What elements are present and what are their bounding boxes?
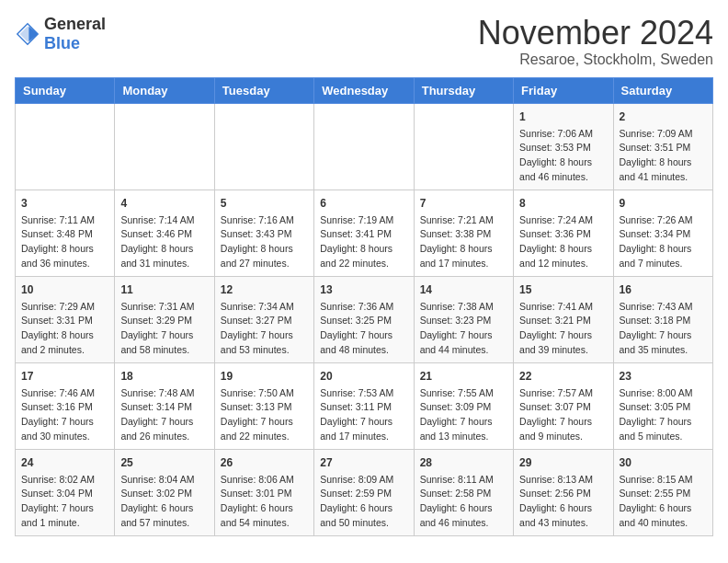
calendar-table: SundayMondayTuesdayWednesdayThursdayFrid… [15,77,713,536]
calendar-day-cell: 18Sunrise: 7:48 AMSunset: 3:14 PMDayligh… [115,362,214,449]
day-number: 5 [221,195,308,212]
calendar-week-row: 24Sunrise: 8:02 AMSunset: 3:04 PMDayligh… [16,449,713,535]
calendar-day-cell: 13Sunrise: 7:36 AMSunset: 3:25 PMDayligh… [314,276,414,362]
calendar-day-cell: 2Sunrise: 7:09 AMSunset: 3:51 PMDaylight… [613,103,712,190]
day-number: 22 [519,368,607,385]
day-number: 27 [320,454,407,471]
header-area: General Blue November 2024 Resaroe, Stoc… [15,15,713,68]
day-number: 15 [519,282,607,298]
logo: General Blue [15,15,106,53]
calendar-day-cell: 14Sunrise: 7:38 AMSunset: 3:23 PMDayligh… [414,276,513,362]
calendar-day-cell: 19Sunrise: 7:50 AMSunset: 3:13 PMDayligh… [214,362,313,449]
calendar-week-row: 3Sunrise: 7:11 AMSunset: 3:48 PMDaylight… [16,190,713,276]
calendar-week-row: 1Sunrise: 7:06 AMSunset: 3:53 PMDaylight… [16,103,713,190]
day-number: 3 [21,195,108,212]
day-info: Sunrise: 8:11 AMSunset: 2:58 PMDaylight:… [420,473,507,531]
logo-general: General [44,15,106,34]
logo-icon [15,21,40,47]
day-number: 26 [221,454,308,471]
calendar-day-cell: 11Sunrise: 7:31 AMSunset: 3:29 PMDayligh… [115,276,214,362]
day-info: Sunrise: 7:24 AMSunset: 3:36 PMDaylight:… [519,213,607,271]
calendar-title: November 2024 [478,15,713,52]
day-info: Sunrise: 8:04 AMSunset: 3:02 PMDaylight:… [120,473,208,531]
calendar-day-cell: 22Sunrise: 7:57 AMSunset: 3:07 PMDayligh… [514,362,613,449]
day-number: 12 [221,282,308,298]
day-number: 30 [620,454,707,471]
weekday-header: Monday [115,77,214,103]
day-info: Sunrise: 7:26 AMSunset: 3:34 PMDaylight:… [620,213,707,271]
day-number: 19 [221,368,308,385]
day-number: 1 [519,109,607,125]
day-info: Sunrise: 7:53 AMSunset: 3:11 PMDaylight:… [320,386,407,444]
day-number: 25 [120,454,208,471]
day-number: 6 [320,195,407,212]
calendar-day-cell: 27Sunrise: 8:09 AMSunset: 2:59 PMDayligh… [314,449,414,535]
day-number: 11 [120,282,208,298]
day-info: Sunrise: 7:14 AMSunset: 3:46 PMDaylight:… [120,213,208,271]
calendar-body: 1Sunrise: 7:06 AMSunset: 3:53 PMDaylight… [16,103,713,535]
calendar-day-cell: 20Sunrise: 7:53 AMSunset: 3:11 PMDayligh… [314,362,414,449]
day-info: Sunrise: 7:16 AMSunset: 3:43 PMDaylight:… [221,213,308,271]
day-number: 17 [21,368,108,385]
day-info: Sunrise: 7:34 AMSunset: 3:27 PMDaylight:… [221,300,308,358]
day-info: Sunrise: 8:02 AMSunset: 3:04 PMDaylight:… [21,473,108,531]
calendar-day-cell [314,103,414,190]
day-number: 18 [120,368,208,385]
calendar-week-row: 10Sunrise: 7:29 AMSunset: 3:31 PMDayligh… [16,276,713,362]
calendar-day-cell: 23Sunrise: 8:00 AMSunset: 3:05 PMDayligh… [613,362,712,449]
day-info: Sunrise: 8:15 AMSunset: 2:55 PMDaylight:… [620,473,707,531]
calendar-day-cell: 24Sunrise: 8:02 AMSunset: 3:04 PMDayligh… [16,449,115,535]
day-info: Sunrise: 7:50 AMSunset: 3:13 PMDaylight:… [221,386,308,444]
calendar-day-cell: 17Sunrise: 7:46 AMSunset: 3:16 PMDayligh… [16,362,115,449]
day-info: Sunrise: 8:06 AMSunset: 3:01 PMDaylight:… [221,473,308,531]
weekday-header: Friday [514,77,613,103]
logo-blue: Blue [44,34,80,52]
calendar-day-cell: 15Sunrise: 7:41 AMSunset: 3:21 PMDayligh… [514,276,613,362]
calendar-day-cell [115,103,214,190]
day-info: Sunrise: 7:09 AMSunset: 3:51 PMDaylight:… [620,127,707,185]
calendar-day-cell: 5Sunrise: 7:16 AMSunset: 3:43 PMDaylight… [214,190,313,276]
calendar-day-cell [414,103,513,190]
calendar-day-cell: 6Sunrise: 7:19 AMSunset: 3:41 PMDaylight… [314,190,414,276]
day-info: Sunrise: 7:41 AMSunset: 3:21 PMDaylight:… [519,300,607,358]
calendar-subtitle: Resaroe, Stockholm, Sweden [478,52,713,68]
calendar-day-cell: 26Sunrise: 8:06 AMSunset: 3:01 PMDayligh… [214,449,313,535]
day-info: Sunrise: 7:55 AMSunset: 3:09 PMDaylight:… [420,386,507,444]
day-info: Sunrise: 7:43 AMSunset: 3:18 PMDaylight:… [620,300,707,358]
day-info: Sunrise: 7:36 AMSunset: 3:25 PMDaylight:… [320,300,407,358]
calendar-day-cell: 10Sunrise: 7:29 AMSunset: 3:31 PMDayligh… [16,276,115,362]
weekday-header: Wednesday [314,77,414,103]
day-number: 2 [620,109,707,125]
calendar-day-cell: 4Sunrise: 7:14 AMSunset: 3:46 PMDaylight… [115,190,214,276]
calendar-week-row: 17Sunrise: 7:46 AMSunset: 3:16 PMDayligh… [16,362,713,449]
title-area: November 2024 Resaroe, Stockholm, Sweden [478,15,713,68]
day-info: Sunrise: 7:19 AMSunset: 3:41 PMDaylight:… [320,213,407,271]
weekday-row: SundayMondayTuesdayWednesdayThursdayFrid… [16,77,713,103]
day-number: 8 [519,195,607,212]
calendar-day-cell: 7Sunrise: 7:21 AMSunset: 3:38 PMDaylight… [414,190,513,276]
day-info: Sunrise: 7:38 AMSunset: 3:23 PMDaylight:… [420,300,507,358]
calendar-day-cell: 8Sunrise: 7:24 AMSunset: 3:36 PMDaylight… [514,190,613,276]
weekday-header: Sunday [16,77,115,103]
day-info: Sunrise: 8:00 AMSunset: 3:05 PMDaylight:… [620,386,707,444]
calendar-day-cell: 12Sunrise: 7:34 AMSunset: 3:27 PMDayligh… [214,276,313,362]
calendar-day-cell: 9Sunrise: 7:26 AMSunset: 3:34 PMDaylight… [613,190,712,276]
day-info: Sunrise: 7:06 AMSunset: 3:53 PMDaylight:… [519,127,607,185]
day-info: Sunrise: 7:11 AMSunset: 3:48 PMDaylight:… [21,213,108,271]
day-info: Sunrise: 8:09 AMSunset: 2:59 PMDaylight:… [320,473,407,531]
calendar-header: SundayMondayTuesdayWednesdayThursdayFrid… [16,77,713,103]
calendar-day-cell: 30Sunrise: 8:15 AMSunset: 2:55 PMDayligh… [613,449,712,535]
day-number: 7 [420,195,507,212]
day-number: 23 [620,368,707,385]
calendar-day-cell [16,103,115,190]
day-info: Sunrise: 7:31 AMSunset: 3:29 PMDaylight:… [120,300,208,358]
day-info: Sunrise: 7:48 AMSunset: 3:14 PMDaylight:… [120,386,208,444]
day-number: 28 [420,454,507,471]
weekday-header: Thursday [414,77,513,103]
calendar-day-cell [214,103,313,190]
day-number: 29 [519,454,607,471]
day-info: Sunrise: 7:29 AMSunset: 3:31 PMDaylight:… [21,300,108,358]
day-number: 20 [320,368,407,385]
day-info: Sunrise: 8:13 AMSunset: 2:56 PMDaylight:… [519,473,607,531]
calendar-day-cell: 1Sunrise: 7:06 AMSunset: 3:53 PMDaylight… [514,103,613,190]
